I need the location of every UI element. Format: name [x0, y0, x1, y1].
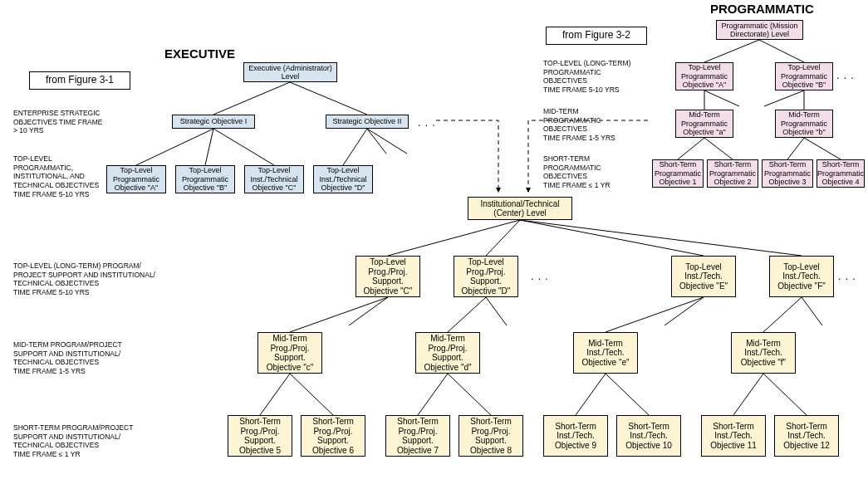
svg-line-6 [367, 129, 386, 154]
from-figure-3-1: from Figure 3-1 [29, 71, 130, 90]
center-tl-e: Top-LevelInst./Tech.Objective "E" [671, 256, 736, 297]
svg-line-9 [759, 40, 804, 62]
label-prog-shortterm: SHORT-TERMPROGRAMMATICOBJECTIVESTIME FRA… [543, 154, 611, 190]
prog-st-3: Short-TermProgrammaticObjective 3 [762, 159, 813, 188]
prog-st-4: Short-TermProgrammaticObjective 4 [817, 159, 865, 188]
center-st-8: Short-TermProg./Proj.Support.Objective 8 [459, 415, 523, 457]
label-toplevel-exec: TOP-LEVELPROGRAMMATIC,INSTITUTIONAL, AND… [13, 154, 99, 198]
exec-so2: Strategic Objective II [326, 115, 409, 129]
svg-line-0 [213, 82, 290, 115]
center-st-5: Short-TermProg./Proj.Support.Objective 5 [228, 415, 292, 457]
center-root: Institutional/Technical(Center) Level [468, 197, 572, 220]
svg-line-19 [486, 220, 520, 256]
svg-line-22 [290, 297, 388, 332]
label-center-toplevel: TOP-LEVEL (LONG-TERM) PROGRAM/PROJECT SU… [13, 262, 155, 297]
svg-line-36 [733, 374, 763, 415]
prog-mt-a: Mid-TermProgrammaticObjective "a" [675, 110, 733, 138]
center-st-9: Short-TermInst./Tech.Objective 9 [543, 415, 608, 457]
center-st-10: Short-TermInst./Tech.Objective 10 [616, 415, 681, 457]
svg-line-37 [763, 374, 807, 415]
center-st-12: Short-TermInst./Tech.Objective 12 [774, 415, 839, 457]
label-center-shortterm: SHORT-TERM PROGRAM/PROJECTSUPPORT AND IN… [13, 423, 133, 459]
center-tl-d: Top-LevelProg./Proj.Support.Objective "D… [454, 256, 518, 297]
center-mt-c: Mid-TermProg./Proj.Support.Objective "c" [257, 332, 322, 374]
prog-st-2: Short-TermProgrammaticObjective 2 [707, 159, 758, 188]
svg-line-32 [418, 374, 448, 415]
dots-exec: . . . [418, 117, 436, 129]
prog-root: Programmatic (MissionDirectorate) Level [716, 20, 803, 40]
dots-center-2: . . . [838, 271, 856, 282]
prog-st-1: Short-TermProgrammaticObjective 1 [652, 159, 704, 188]
svg-line-14 [678, 138, 704, 159]
center-st-11: Short-TermInst./Tech.Objective 11 [701, 415, 766, 457]
svg-line-5 [343, 129, 367, 165]
label-center-midterm: MID-TERM PROGRAM/PROJECTSUPPORT AND INST… [13, 340, 122, 376]
executive-heading: EXECUTIVE [164, 46, 235, 61]
svg-line-16 [787, 138, 804, 159]
center-st-6: Short-TermProg./Proj.Support.Objective 6 [301, 415, 365, 457]
svg-line-35 [606, 374, 649, 415]
svg-line-8 [704, 40, 759, 62]
prog-mt-b: Mid-TermProgrammaticObjective "b" [775, 110, 833, 138]
svg-line-34 [576, 374, 606, 415]
label-prog-toplevel: TOP-LEVEL (LONG-TERM)PROGRAMMATICOBJECTI… [543, 59, 630, 95]
center-mt-e: Mid-TermInst./Tech.Objective "e" [573, 332, 638, 374]
prog-tlp-a: Top-LevelProgrammaticObjective "A" [675, 62, 733, 90]
exec-tlp-b: Top-LevelProgrammaticObjective "B" [175, 165, 235, 193]
exec-tlp-a: Top-LevelProgrammaticObjective "A" [106, 165, 166, 193]
svg-line-20 [520, 220, 704, 256]
programmatic-heading: PROGRAMMATIC [710, 2, 814, 16]
svg-line-33 [448, 374, 491, 415]
svg-line-27 [664, 297, 704, 325]
center-st-7: Short-TermProg./Proj.Support.Objective 7 [385, 415, 450, 457]
svg-line-21 [520, 220, 802, 256]
exec-so1: Strategic Objective I [172, 115, 255, 129]
label-enterprise: ENTERPRISE STRATEGICOBJECTIVES TIME FRAM… [13, 109, 103, 135]
exec-root: Executive (Administrator)Level [243, 62, 337, 82]
exec-tli-d: Top-LevelInst./TechnicalObjective "D" [313, 165, 373, 193]
center-tl-f: Top-LevelInst./Tech.Objective "F" [769, 256, 834, 297]
svg-line-31 [290, 374, 333, 415]
svg-line-7 [367, 129, 407, 154]
svg-line-29 [802, 297, 822, 325]
center-mt-f: Mid-TermInst./Tech.Objective "f" [731, 332, 796, 374]
svg-line-15 [704, 138, 733, 159]
svg-line-3 [205, 129, 213, 165]
svg-line-30 [260, 374, 290, 415]
dots-center-1: . . . [531, 271, 549, 282]
svg-line-17 [804, 138, 841, 159]
from-figure-3-2: from Figure 3-2 [546, 27, 647, 45]
dots-prog: . . . [836, 70, 855, 81]
svg-line-28 [763, 297, 802, 332]
svg-line-25 [486, 297, 507, 325]
center-tl-c: Top-LevelProg./Proj.Support.Objective "C… [356, 256, 420, 297]
prog-tlp-b: Top-LevelProgrammaticObjective "B" [775, 62, 833, 90]
svg-line-4 [213, 129, 274, 165]
svg-line-13 [764, 90, 804, 106]
svg-line-1 [290, 82, 367, 115]
svg-line-18 [388, 220, 520, 256]
label-prog-midterm: MID-TERMPROGRAMMATICOBJECTIVESTIME FRAME… [543, 107, 615, 143]
svg-line-23 [349, 297, 388, 325]
svg-line-26 [606, 297, 704, 332]
center-mt-d: Mid-TermProg./Proj.Support.Objective "d" [415, 332, 480, 374]
svg-line-2 [136, 129, 213, 165]
exec-tli-c: Top-LevelInst./TechnicalObjective "C" [244, 165, 304, 193]
svg-line-11 [704, 90, 739, 106]
svg-line-24 [448, 297, 486, 332]
